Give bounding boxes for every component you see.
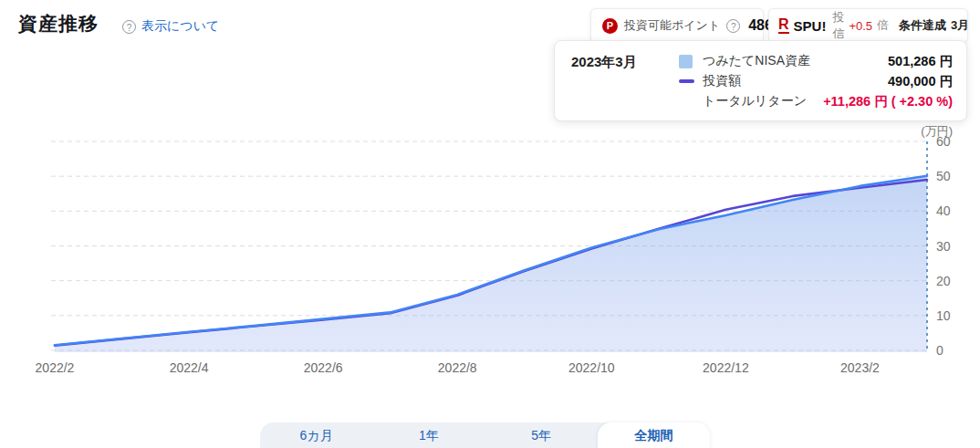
- tooltip-return-label: トータルリターン: [703, 93, 823, 109]
- tooltip-date: 2023年3月: [571, 51, 679, 111]
- tab-5years[interactable]: 5年: [485, 422, 598, 448]
- y-tick-label: 50: [936, 169, 951, 183]
- tooltip-invested-value: 490,000 円: [888, 73, 953, 90]
- y-tick-label: 20: [936, 274, 951, 288]
- tooltip-nisa-label: つみたてNISA資産: [703, 53, 888, 69]
- y-axis-unit-label: (万円): [921, 124, 953, 138]
- y-tick-label: 10: [936, 308, 951, 323]
- y-tick-label: 0: [936, 343, 944, 358]
- y-tick-label: 30: [936, 239, 951, 254]
- tooltip-row-invested: 投資額 490,000 円: [679, 71, 953, 91]
- x-tick-label: 2022/6: [304, 360, 343, 375]
- x-tick-label: 2022/4: [170, 360, 209, 375]
- invested-line-swatch-icon: [679, 79, 694, 83]
- period-tab-bar: 6カ月 1年 5年 全期間: [260, 422, 710, 448]
- tooltip-row-nisa: つみたてNISA資産 501,286 円: [679, 51, 953, 71]
- x-tick-label: 2022/2: [36, 360, 75, 375]
- tab-1year[interactable]: 1年: [372, 422, 485, 448]
- y-tick-label: 40: [936, 203, 951, 218]
- tooltip-return-value: +11,286 円 ( +2.30 %): [823, 93, 953, 110]
- x-tick-label: 2022/8: [438, 360, 477, 375]
- nisa-area-swatch-icon: [679, 55, 693, 68]
- chart-tooltip: 2023年3月 つみたてNISA資産 501,286 円 投資額 490,000…: [554, 40, 967, 121]
- tab-all-period[interactable]: 全期間: [598, 422, 710, 448]
- tab-6months[interactable]: 6カ月: [260, 422, 372, 448]
- x-tick-label: 2022/12: [703, 360, 749, 375]
- tooltip-invested-label: 投資額: [703, 73, 888, 89]
- tooltip-row-return: トータルリターン +11,286 円 ( +2.30 %): [679, 91, 953, 111]
- tooltip-nisa-value: 501,286 円: [888, 53, 953, 70]
- nisa-area-fill: [55, 176, 927, 352]
- x-tick-label: 2022/10: [568, 360, 615, 375]
- x-tick-label: 2023/2: [840, 360, 880, 375]
